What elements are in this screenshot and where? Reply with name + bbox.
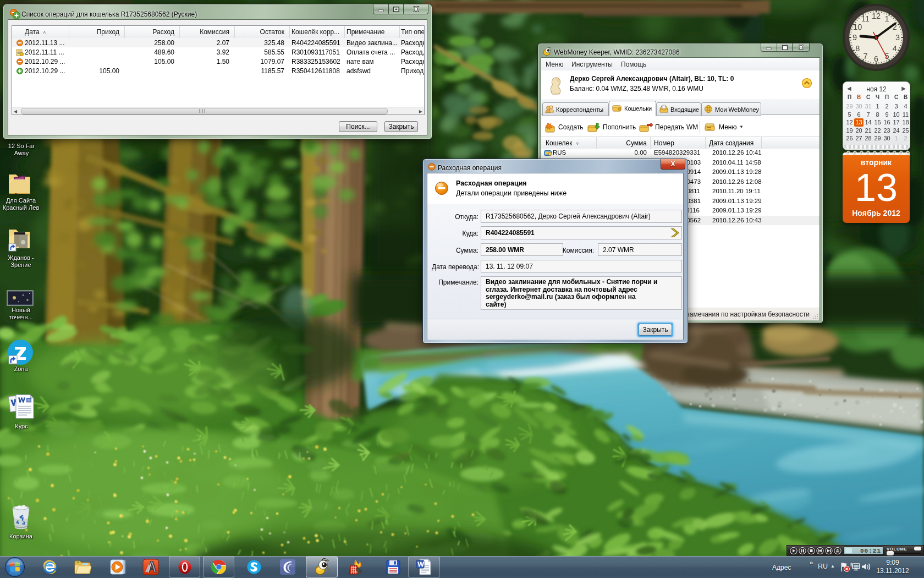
svg-text:6: 6 [874, 54, 878, 63]
svg-text:4: 4 [893, 44, 897, 53]
svg-text:7: 7 [863, 52, 867, 61]
svg-text:8: 8 [855, 44, 860, 53]
svg-text:11: 11 [861, 14, 870, 23]
svg-text:12: 12 [872, 12, 881, 20]
svg-text:9: 9 [853, 33, 857, 42]
svg-text:1: 1 [884, 14, 889, 23]
svg-text:5: 5 [884, 52, 889, 61]
svg-text:3: 3 [895, 33, 900, 42]
svg-text:10: 10 [853, 23, 862, 31]
